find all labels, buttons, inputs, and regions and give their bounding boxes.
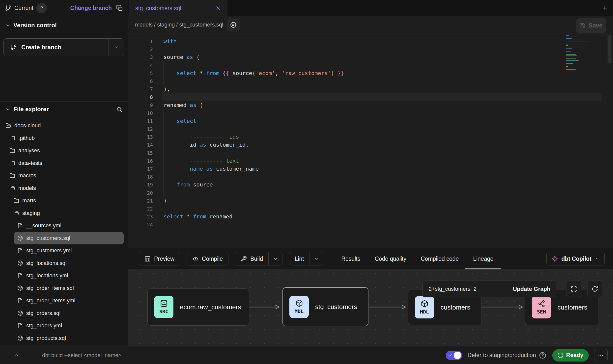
panel-tab-results[interactable]: Results — [341, 248, 360, 269]
build-dropdown[interactable] — [268, 252, 282, 265]
search-icon[interactable] — [116, 106, 122, 112]
version-control-header[interactable]: Version control — [0, 16, 128, 34]
panel-tab-compiled-code[interactable]: Compiled code — [421, 248, 459, 269]
code-line-14[interactable]: 14 id as customer_id, — [128, 141, 603, 149]
build-button[interactable]: Build — [235, 252, 282, 265]
chevron-down-icon — [595, 257, 599, 261]
tree-item-stg-order-items-yml[interactable]: stg_order_items.yml — [0, 294, 128, 307]
code-line-10[interactable]: 10 — [128, 109, 603, 117]
help-icon[interactable] — [539, 352, 546, 359]
code-line-1[interactable]: 1with — [128, 37, 603, 45]
tree-item-stg-customers-sql[interactable]: stg_customers.sql — [14, 232, 124, 245]
create-branch-main[interactable]: Create branch — [4, 39, 109, 56]
cube-icon — [17, 260, 23, 266]
tree-item-models[interactable]: models — [0, 182, 128, 195]
tab-stg-customers-sql[interactable]: stg_customers.sql — [129, 0, 227, 16]
preview-button[interactable]: Preview — [139, 252, 180, 265]
tree-item-stg-locations-yml[interactable]: stg_locations.yml — [0, 269, 128, 282]
code-line-21[interactable]: 21) — [128, 197, 603, 205]
code-line-18[interactable]: 18 — [128, 173, 603, 181]
indent-guide — [177, 149, 177, 157]
lineage-fullscreen-button[interactable] — [566, 281, 581, 297]
code-line-20[interactable]: 20 — [128, 189, 603, 197]
file-explorer-header[interactable]: File explorer — [0, 102, 128, 117]
copilot-compass-button[interactable] — [227, 18, 240, 31]
indent-guide — [164, 125, 164, 133]
node-badge-label: MDL — [420, 309, 429, 315]
tree-item-macros[interactable]: macros — [0, 169, 128, 182]
tree-item-stg-order-items-sql[interactable]: stg_order_items.sql — [0, 282, 128, 295]
indent-guide — [164, 133, 164, 141]
tree-item-stg-orders-yml[interactable]: stg_orders.yml — [0, 319, 128, 332]
code-line-13[interactable]: 13 ---------- ids — [128, 133, 603, 141]
lineage-canvas[interactable]: SRCecom.raw_customersMDLstg_customersMDL… — [128, 269, 613, 346]
tree-item-stg-customers-yml[interactable]: stg_customers.yml — [0, 244, 128, 257]
code-line-19[interactable]: 19 from source — [128, 181, 603, 189]
lint-dropdown[interactable] — [309, 252, 323, 265]
tree-item-marts[interactable]: marts — [0, 194, 128, 207]
lineage-node-mdl-stg-customers[interactable]: MDLstg_customers — [282, 287, 368, 326]
code-line-6[interactable]: 6 — [128, 77, 603, 85]
tree-item-stg-locations-sql[interactable]: stg_locations.sql — [0, 257, 128, 270]
code-line-4[interactable]: 4 — [128, 61, 603, 69]
tree-item-label: stg_locations.sql — [26, 260, 67, 266]
tree-item-staging[interactable]: staging — [0, 207, 128, 220]
tree-item-stg-products-sql[interactable]: stg_products.sql — [0, 332, 128, 345]
panel-tab-lineage[interactable]: Lineage — [473, 248, 493, 269]
close-icon[interactable] — [216, 5, 221, 11]
code-line-22[interactable]: 22 — [128, 205, 603, 213]
create-branch-dropdown[interactable] — [109, 39, 124, 56]
create-branch-button[interactable]: Create branch — [3, 38, 124, 56]
update-graph-button[interactable]: Update Graph — [507, 281, 556, 297]
file-doc-icon — [17, 273, 23, 279]
code-line-11[interactable]: 11 select — [128, 117, 603, 125]
code-line-23[interactable]: 23select * from renamed — [128, 213, 603, 221]
dbt-copilot-button[interactable]: dbt Copilot — [546, 252, 605, 265]
defer-toggle[interactable] — [446, 351, 462, 360]
editor-scrollbar[interactable] — [608, 35, 612, 63]
lineage-node-src-ecom-raw-customers[interactable]: SRCecom.raw_customers — [147, 288, 249, 326]
change-branch-link[interactable]: Change branch — [70, 5, 112, 11]
tree-item-data-tests[interactable]: data-tests — [0, 157, 128, 170]
compass-icon — [230, 22, 237, 28]
compile-button[interactable]: Compile — [187, 252, 228, 265]
new-tab-button[interactable] — [597, 0, 613, 16]
line-number: 13 — [128, 133, 153, 141]
lineage-refresh-button[interactable] — [587, 281, 602, 297]
cube-icon — [17, 335, 23, 341]
indent-guide — [164, 173, 164, 181]
code-line-8[interactable]: 8 — [128, 93, 603, 101]
lint-button[interactable]: Lint — [289, 252, 323, 265]
more-options-button[interactable] — [594, 349, 608, 362]
lineage-selector-input[interactable] — [423, 281, 507, 297]
fullscreen-icon — [571, 286, 577, 292]
code-line-2[interactable]: 2 — [128, 45, 603, 53]
ready-status-badge[interactable]: Ready — [552, 349, 589, 362]
tree-item-label: stg_orders.yml — [26, 322, 62, 329]
tree-item--sources-yml[interactable]: __sources.yml — [0, 219, 128, 232]
code-line-17[interactable]: 17 name as customer_name — [128, 165, 603, 173]
tree-item--github[interactable]: .github — [0, 132, 128, 145]
line-text: ---------- ids — [164, 133, 239, 141]
code-line-5[interactable]: 5 select * from {{ source('ecom', 'raw_c… — [128, 69, 603, 77]
code-line-15[interactable]: 15 — [128, 149, 603, 157]
copy-icon[interactable] — [116, 5, 123, 11]
tree-item-label: marts — [22, 197, 36, 204]
save-button[interactable]: Save — [576, 18, 606, 33]
code-line-7[interactable]: 7), — [128, 85, 603, 93]
code-line-24[interactable]: 24 — [128, 221, 603, 229]
code-line-12[interactable]: 12 — [128, 125, 603, 133]
code-line-3[interactable]: 3source as ( — [128, 53, 603, 61]
code-lines[interactable]: 1with23source as (45 select * from {{ so… — [128, 37, 603, 229]
code-editor[interactable]: 1with23source as (45 select * from {{ so… — [128, 33, 613, 248]
tree-item-docs-cloud[interactable]: docs-cloud — [0, 119, 128, 132]
code-line-9[interactable]: 9renamed as ( — [128, 101, 603, 109]
command-input[interactable]: dbt build --select <model_name> — [42, 352, 121, 359]
indent-guide — [164, 61, 164, 69]
code-line-16[interactable]: 16 ---------- text — [128, 157, 603, 165]
panel-tab-code-quality[interactable]: Code quality — [375, 248, 406, 269]
collapse-panel-button[interactable] — [0, 346, 33, 364]
table-icon — [144, 256, 151, 262]
tree-item-stg-orders-sql[interactable]: stg_orders.sql — [0, 307, 128, 320]
tree-item-analyses[interactable]: analyses — [0, 144, 128, 157]
